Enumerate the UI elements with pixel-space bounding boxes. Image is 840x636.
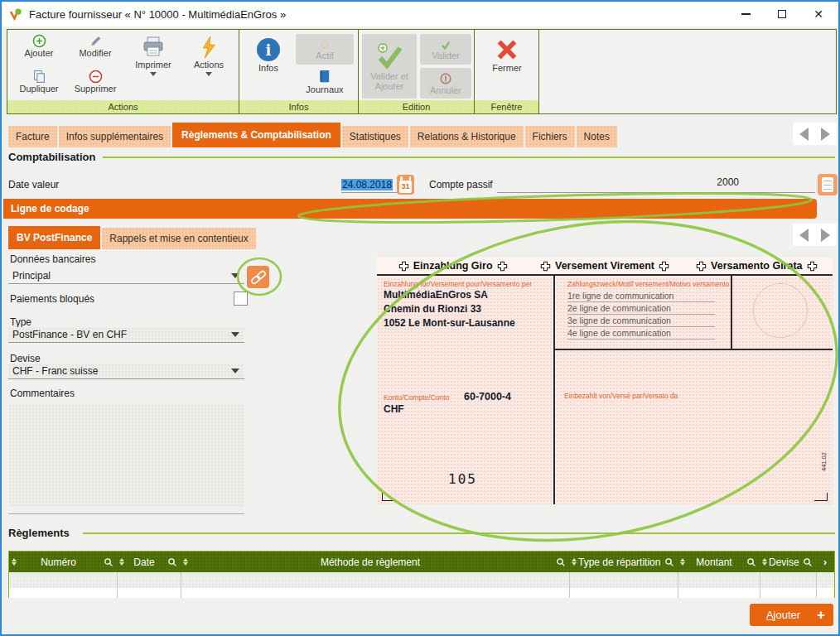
nav-right-icon[interactable] xyxy=(821,229,830,242)
close-x-icon xyxy=(494,36,520,63)
actions-button[interactable]: Actions xyxy=(183,35,234,76)
actions-dropdown-caret-icon xyxy=(205,72,212,76)
app-window: Facture fournisseur « N° 10000 - Multimé… xyxy=(0,0,840,636)
print-button[interactable]: Imprimer xyxy=(127,35,180,76)
calendar-day: 31 xyxy=(399,181,412,193)
column-header-montant[interactable]: Montant xyxy=(678,552,760,572)
search-icon[interactable] xyxy=(167,557,177,567)
close-window-button[interactable]: Fermer xyxy=(481,36,533,73)
slip-form-ref: 441.02 xyxy=(820,452,828,471)
add-button[interactable]: Ajouter xyxy=(12,34,65,67)
validate-add-label: Valider et Ajouter xyxy=(362,71,417,91)
currency-value: CHF - Franc suisse xyxy=(8,365,231,377)
tab-bv-postfinance[interactable]: BV PostFinance xyxy=(8,226,100,249)
tab-statistiques[interactable]: Statistiques xyxy=(342,126,408,147)
blocked-payments-checkbox[interactable] xyxy=(234,292,248,306)
swiss-cross-icon xyxy=(540,261,551,272)
add-settlement-button[interactable]: Ajouter + xyxy=(750,604,833,626)
slip-comm-line-1: 1re ligne de communication xyxy=(567,291,715,302)
chevron-right-icon[interactable]: › xyxy=(816,552,834,572)
validate-button: Valider xyxy=(420,34,471,65)
nav-right-icon[interactable] xyxy=(821,128,830,141)
slip-account-label: Konto/Compte/Conto xyxy=(384,393,449,402)
account-lookup-icon[interactable] xyxy=(818,174,838,195)
journal-book-icon xyxy=(317,69,333,84)
date-valeur-label: Date valeur xyxy=(8,179,59,190)
column-header-date[interactable]: Date xyxy=(117,552,181,572)
cancel-button: Annuler xyxy=(420,68,471,99)
search-icon[interactable] xyxy=(664,557,674,567)
journals-label: Journaux xyxy=(306,84,343,94)
slip-payee-street: Chemin du Rionzi 33 xyxy=(384,303,481,315)
calendar-icon[interactable]: 31 xyxy=(397,175,414,195)
bank-link-button[interactable] xyxy=(247,266,269,288)
duplicate-button[interactable]: Dupliquer xyxy=(12,70,65,103)
column-header-type-repartition[interactable]: Type de répartition xyxy=(569,552,678,572)
tab-facture[interactable]: Facture xyxy=(8,126,57,147)
edit-pencil-icon xyxy=(89,34,103,48)
active-diamond-icon xyxy=(319,39,331,51)
swiss-cross-icon xyxy=(497,261,508,272)
slip-payee-name: MultimédiaEnGros SA xyxy=(384,289,488,301)
tab-reglements-comptabilisation[interactable]: Règlements & Comptabilisation xyxy=(172,123,340,147)
ribbon-group-actions: Ajouter Modifier Dupliquer Supprimer Imp… xyxy=(7,30,239,113)
duplicate-icon xyxy=(32,70,46,84)
nav-left-icon[interactable] xyxy=(799,229,809,242)
column-header-numero[interactable]: Numéro xyxy=(9,552,117,572)
section-title-reglements: Règlements xyxy=(8,527,70,539)
actions-label: Actions xyxy=(194,60,224,70)
tab-infos-supplementaires[interactable]: Infos supplémentaires xyxy=(59,126,171,147)
column-header-devise[interactable]: Devise xyxy=(760,552,816,572)
currency-label: Devise xyxy=(10,353,41,364)
search-icon[interactable] xyxy=(746,557,756,567)
bv-slip-preview: Einzahlung Giro Versement Virement Versa… xyxy=(377,258,833,504)
comments-textarea[interactable] xyxy=(8,404,244,507)
delete-button[interactable]: Supprimer xyxy=(69,70,122,103)
column-header-methode[interactable]: Méthode de règlement xyxy=(181,552,569,572)
infos-button[interactable]: i Infos xyxy=(244,36,292,73)
validate-label: Valider xyxy=(432,51,459,60)
close-icon[interactable]: ✕ xyxy=(800,2,837,26)
blocked-payments-label: Paiements bloqués xyxy=(10,293,94,305)
group-label-edition: Edition xyxy=(359,100,474,113)
table-row[interactable] xyxy=(9,588,834,598)
compte-passif-input[interactable]: 2000 xyxy=(497,176,815,193)
search-icon[interactable] xyxy=(556,557,566,567)
settlements-table: Numéro Date Méthode de règlement Type de… xyxy=(8,551,835,598)
infos-label: Infos xyxy=(258,63,278,73)
tab-nav-arrows xyxy=(793,123,837,145)
cancel-label: Annuler xyxy=(430,85,461,95)
delete-icon xyxy=(89,70,103,84)
search-icon[interactable] xyxy=(104,557,113,567)
ribbon-group-window: Fermer Fenêtre xyxy=(475,30,539,113)
maximize-icon[interactable] xyxy=(764,2,800,26)
dropdown-arrow-icon xyxy=(231,332,239,337)
type-select[interactable]: PostFinance - BV en CHF xyxy=(8,327,244,343)
plus-icon: + xyxy=(817,607,833,624)
link-chain-icon xyxy=(249,268,268,287)
tab-notes[interactable]: Notes xyxy=(577,126,617,147)
journals-button[interactable]: Journaux xyxy=(296,69,354,94)
svg-text:i: i xyxy=(266,41,272,59)
search-icon[interactable] xyxy=(803,557,813,567)
date-valeur-input[interactable]: 24.08.2018 xyxy=(341,176,397,193)
window-title: Facture fournisseur « N° 10000 - Multimé… xyxy=(29,8,286,21)
slip-box-border xyxy=(555,349,833,350)
slip-comm-line-4: 4e ligne de communication xyxy=(567,328,715,340)
duplicate-label: Dupliquer xyxy=(19,84,58,94)
bank-data-label: Données bancaires xyxy=(10,253,95,265)
tab-relations-historique[interactable]: Relations & Historique xyxy=(410,126,524,147)
print-dropdown-caret-icon xyxy=(150,72,157,76)
coding-line-bar: Ligne de codage xyxy=(3,199,817,219)
currency-select[interactable]: CHF - Franc suisse xyxy=(8,364,244,379)
minimize-icon[interactable] xyxy=(727,2,764,26)
group-label-window: Fenêtre xyxy=(475,100,538,113)
table-row[interactable] xyxy=(9,572,834,588)
modify-button[interactable]: Modifier xyxy=(69,34,122,67)
date-valeur-value: 24.08.2018 xyxy=(341,179,393,190)
bank-data-select[interactable]: Principal xyxy=(8,268,244,284)
tab-rappels-contentieux[interactable]: Rappels et mise en contentieux xyxy=(102,228,255,249)
tab-fichiers[interactable]: Fichiers xyxy=(525,126,575,147)
nav-left-icon[interactable] xyxy=(799,128,809,141)
corner-mark xyxy=(382,493,395,501)
